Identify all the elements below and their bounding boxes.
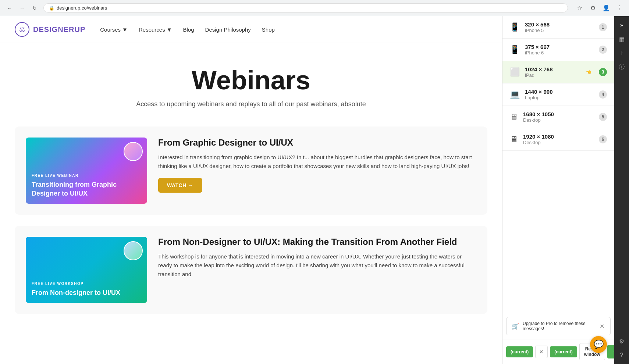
current-button-1[interactable]: (current) [506, 346, 533, 357]
device-list: 📱 320 × 568 iPhone 5 1 📱 375 × 667 iPhon… [502, 16, 614, 313]
page-wrapper: ⚖ DESIGNERUP Courses ▼ Resources ▼ Blog … [0, 16, 629, 364]
device-info-6: 1920 × 1080 Desktop [523, 133, 594, 145]
desktop-icon-2: 🖥 [510, 135, 518, 144]
far-right-toolbar: » ▦ ↑ ⓘ ⚙ ? [614, 16, 629, 364]
browser-actions: ☆ ⚙ 👤 ⋮ [575, 3, 625, 13]
avatar-1 [124, 142, 143, 161]
browser-nav-buttons: ← → ↻ [4, 3, 40, 13]
star-button[interactable]: ☆ [575, 3, 585, 13]
url-text: designerup.co/webinars [57, 5, 107, 11]
expand-toolbar-button[interactable]: » [615, 18, 628, 32]
card-img-title-2: From Non-designer to UI/UX [32, 289, 141, 297]
device-info-5: 1680 × 1050 Desktop [523, 111, 594, 123]
device-item-desktop2[interactable]: 🖥 1920 × 1080 Desktop 6 [502, 128, 614, 151]
hero-section: Webinars Access to upcoming webinars and… [0, 43, 502, 119]
nav-links: Courses ▼ Resources ▼ Blog Design Philos… [100, 26, 275, 33]
nav-courses[interactable]: Courses ▼ [100, 26, 128, 33]
device-dims-3: 1024 × 768 [525, 66, 581, 72]
help-icon-button[interactable]: ? [615, 349, 628, 362]
nav-resources[interactable]: Resources ▼ [139, 26, 172, 33]
upgrade-text: Upgrade to Pro to remove these messages! [523, 321, 595, 331]
card-title-2: From Non-Designer to UI/UX: Making the T… [158, 237, 476, 247]
lock-icon: 🔒 [49, 6, 54, 11]
card-desc-2: This workshop is for anyone that is inte… [158, 252, 476, 279]
device-num-6: 6 [599, 135, 607, 143]
arrow-icon-button[interactable]: ↑ [615, 46, 628, 60]
device-dims-5: 1680 × 1050 [523, 111, 594, 117]
nav-design-philosophy[interactable]: Design Philosophy [205, 26, 251, 33]
upgrade-banner: 🛒 Upgrade to Pro to remove these message… [506, 317, 611, 335]
device-dims-4: 1440 × 900 [525, 89, 594, 95]
device-dims-6: 1920 × 1080 [523, 133, 594, 140]
logo-text: DESIGNERUP [33, 25, 85, 34]
device-num-2: 2 [599, 46, 607, 54]
tablet-icon: ⬜ [510, 67, 520, 77]
nav-shop[interactable]: Shop [262, 26, 275, 33]
logo-area: ⚖ DESIGNERUP [15, 22, 85, 37]
back-button[interactable]: ← [4, 3, 15, 13]
device-name-4: Laptop [525, 95, 594, 100]
device-num-1: 1 [599, 23, 607, 31]
phone-icon: 📱 [510, 22, 520, 32]
card-title-1: From Graphic Designer to UI/UX [158, 138, 476, 148]
card-content-1: From Graphic Designer to UI/UX Intereste… [158, 138, 476, 204]
card-image-2: FREE LIVE WORKSHOP From Non-designer to … [26, 237, 147, 303]
cards-container: FREE LIVE WEBINAR Transitioning from Gra… [0, 119, 502, 332]
forward-button[interactable]: → [17, 3, 27, 13]
hero-subtitle: Access to upcoming webinars and replays … [7, 100, 495, 108]
webinar-card-1: FREE LIVE WEBINAR Transitioning from Gra… [15, 126, 487, 215]
device-info-4: 1440 × 900 Laptop [525, 89, 594, 100]
logo-icon: ⚖ [15, 22, 29, 37]
device-name-6: Desktop [523, 140, 594, 145]
hero-title: Webinars [7, 65, 495, 95]
settings-icon-button[interactable]: ⚙ [615, 335, 628, 348]
device-name-2: iPhone 6 [525, 50, 594, 56]
device-item-iphone5[interactable]: 📱 320 × 568 iPhone 5 1 [502, 16, 614, 39]
device-info-2: 375 × 667 iPhone 6 [525, 44, 594, 56]
site-nav: ⚖ DESIGNERUP Courses ▼ Resources ▼ Blog … [0, 16, 502, 43]
extensions-button[interactable]: ⚙ [588, 3, 598, 13]
reload-button[interactable]: ↻ [29, 3, 40, 13]
watch-button-1[interactable]: WATCH → [158, 178, 202, 193]
device-item-ipad[interactable]: ⬜ 1024 × 768 iPad 👈 3 [502, 61, 614, 83]
info-icon-button[interactable]: ⓘ [615, 60, 628, 74]
chevron-down-icon: ▼ [122, 26, 128, 33]
device-num-5: 5 [599, 113, 607, 121]
device-dims-1: 320 × 568 [525, 21, 594, 28]
device-info-1: 320 × 568 iPhone 5 [525, 21, 594, 33]
browser-chrome: ← → ↻ 🔒 designerup.co/webinars ☆ ⚙ 👤 ⋮ [0, 0, 629, 16]
cart-icon: 🛒 [512, 323, 519, 330]
device-num-3: 3 [599, 68, 607, 76]
layout-icon-button[interactable]: ▦ [615, 32, 628, 46]
menu-button[interactable]: ⋮ [614, 3, 625, 13]
device-name-3: iPad [525, 72, 581, 78]
avatar-2 [124, 241, 143, 260]
device-name-1: iPhone 5 [525, 28, 594, 33]
cursor-indicator: 👈 [586, 69, 591, 75]
profile-button[interactable]: 👤 [601, 3, 611, 13]
chat-icon: 💬 [594, 340, 604, 349]
nav-blog[interactable]: Blog [183, 26, 194, 33]
card-badge-1: FREE LIVE WEBINAR [32, 174, 141, 178]
address-bar[interactable]: 🔒 designerup.co/webinars [43, 3, 568, 13]
webinar-card-2: FREE LIVE WORKSHOP From Non-designer to … [15, 226, 487, 314]
chevron-down-icon: ▼ [167, 26, 172, 33]
device-panel: 📱 320 × 568 iPhone 5 1 📱 375 × 667 iPhon… [502, 16, 614, 364]
desktop-icon-1: 🖥 [510, 112, 518, 122]
device-dims-2: 375 × 667 [525, 44, 594, 50]
card-content-2: From Non-Designer to UI/UX: Making the T… [158, 237, 476, 303]
device-item-desktop1[interactable]: 🖥 1680 × 1050 Desktop 5 [502, 106, 614, 128]
chat-bubble[interactable]: 💬 [590, 336, 607, 353]
close-banner-button[interactable]: ✕ [599, 322, 605, 331]
phone-icon-2: 📱 [510, 45, 520, 54]
card-image-1: FREE LIVE WEBINAR Transitioning from Gra… [26, 138, 147, 204]
current-button-2[interactable]: (current) [550, 346, 577, 357]
device-item-iphone6[interactable]: 📱 375 × 667 iPhone 6 2 [502, 39, 614, 61]
website-content: ⚖ DESIGNERUP Courses ▼ Resources ▼ Blog … [0, 16, 502, 364]
device-name-5: Desktop [523, 117, 594, 123]
card-badge-2: FREE LIVE WORKSHOP [32, 282, 141, 286]
x-button[interactable]: ✕ [535, 346, 548, 358]
card-img-title-1: Transitioning from Graphic Designer to U… [32, 181, 141, 198]
device-item-laptop[interactable]: 💻 1440 × 900 Laptop 4 [502, 83, 614, 106]
card-desc-1: Interested in transitioning from graphic… [158, 153, 476, 171]
